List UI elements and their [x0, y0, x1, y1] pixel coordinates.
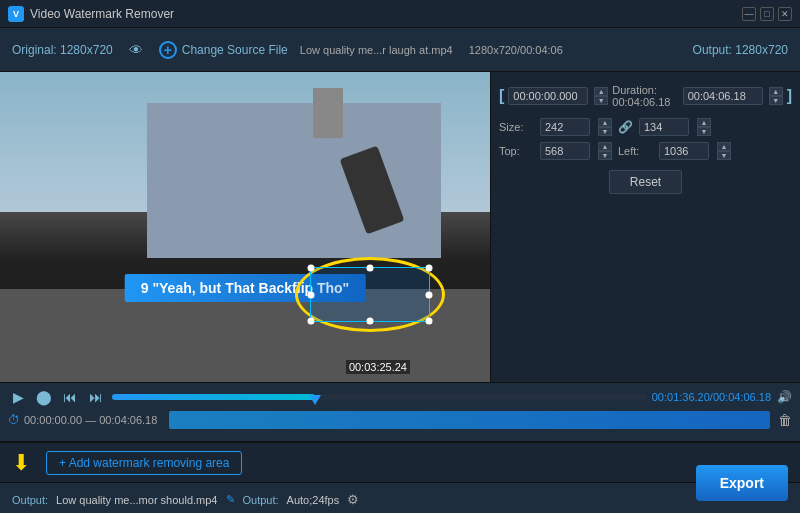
time-start-row: [ ▲ ▼ Duration: 00:04:06.18 ▲ ▼ ]: [499, 80, 792, 112]
main-area: 9 "Yeah, but That Backflip Tho" 00:03:25…: [0, 72, 800, 382]
video-building: [147, 103, 441, 258]
spin-left-down[interactable]: ▼: [717, 151, 731, 160]
file-name: Low quality me...r laugh at.mp4: [300, 44, 453, 56]
footer-output-file: Low quality me...mor should.mp4: [56, 494, 217, 506]
handle-ml[interactable]: [308, 291, 315, 298]
spin-top-up[interactable]: ▲: [598, 142, 612, 151]
selection-box[interactable]: [310, 267, 430, 322]
size-height-input[interactable]: [639, 118, 689, 136]
export-button[interactable]: Export: [696, 465, 788, 501]
volume-icon[interactable]: 🔊: [777, 390, 792, 404]
change-source-label: Change Source File: [182, 43, 288, 57]
frame-forward-button[interactable]: ⏭: [86, 387, 106, 407]
spin-top-down[interactable]: ▼: [598, 151, 612, 160]
footer-settings-label: Output:: [243, 494, 279, 506]
time-start-spinner[interactable]: ▲ ▼: [594, 87, 608, 105]
track-icon: ⏱: [8, 413, 20, 427]
progress-thumb: [309, 395, 321, 405]
top-label: Top:: [499, 145, 534, 157]
subtitle-number: 9: [141, 280, 149, 296]
minimize-button[interactable]: —: [742, 7, 756, 21]
stop-button[interactable]: ⬤: [34, 387, 54, 407]
window-controls: — □ ✕: [742, 7, 792, 21]
size-row: Size: ▲ ▼ 🔗 ▲ ▼: [499, 118, 792, 136]
track-bar[interactable]: [169, 411, 770, 429]
video-panel[interactable]: 9 "Yeah, but That Backflip Tho" 00:03:25…: [0, 72, 490, 382]
track-time-range: 00:00:00.00 — 00:04:06.18: [24, 414, 157, 426]
handle-mr[interactable]: [426, 291, 433, 298]
video-sign: [313, 88, 343, 138]
time-display: 00:01:36.20/00:04:06.18: [652, 391, 771, 403]
reset-button[interactable]: Reset: [609, 170, 682, 194]
selection-overlay[interactable]: [310, 267, 430, 322]
spin-w-up[interactable]: ▲: [598, 118, 612, 127]
handle-tm[interactable]: [367, 265, 374, 272]
handle-bm[interactable]: [367, 318, 374, 325]
handle-tr[interactable]: [426, 265, 433, 272]
add-watermark-area-button[interactable]: + Add watermark removing area: [46, 451, 242, 475]
position-row: Top: ▲ ▼ Left: ▲ ▼: [499, 142, 792, 160]
spin-up-end[interactable]: ▲: [769, 87, 783, 96]
close-button[interactable]: ✕: [778, 7, 792, 21]
size-w-spinner[interactable]: ▲ ▼: [598, 118, 612, 136]
size-h-spinner[interactable]: ▲ ▼: [697, 118, 711, 136]
edit-icon[interactable]: ✎: [226, 493, 235, 506]
time-end-spinner[interactable]: ▲ ▼: [769, 87, 783, 105]
file-info: Low quality me...r laugh at.mp4 1280x720…: [300, 44, 681, 56]
video-content: [0, 72, 490, 382]
down-arrow-icon: ⬇: [12, 450, 30, 476]
frame-back-button[interactable]: ⏮: [60, 387, 80, 407]
play-button[interactable]: ▶: [8, 387, 28, 407]
timeline-controls: ▶ ⬤ ⏮ ⏭ 00:01:36.20/00:04:06.18 🔊: [8, 387, 792, 407]
bottom-toolbar: ⬇ + Add watermark removing area: [0, 442, 800, 482]
spin-h-up[interactable]: ▲: [697, 118, 711, 127]
left-input[interactable]: [659, 142, 709, 160]
handle-bl[interactable]: [308, 318, 315, 325]
file-meta: 1280x720/00:04:06: [469, 44, 563, 56]
bracket-close: ]: [787, 87, 792, 105]
plus-circle-icon: +: [159, 41, 177, 59]
top-spinner[interactable]: ▲ ▼: [598, 142, 612, 160]
eye-button[interactable]: 👁: [125, 39, 147, 61]
footer: Output: Low quality me...mor should.mp4 …: [0, 482, 800, 513]
toolbar: Original: 1280x720 👁 + Change Source Fil…: [0, 28, 800, 72]
maximize-button[interactable]: □: [760, 7, 774, 21]
spin-down[interactable]: ▼: [594, 96, 608, 105]
left-label: Left:: [618, 145, 653, 157]
progress-track[interactable]: [112, 394, 646, 400]
duration-label: Duration: 00:04:06.18: [612, 84, 678, 108]
timeline-track: ⏱ 00:00:00.00 — 00:04:06.18 🗑: [8, 411, 792, 429]
video-frame: 9 "Yeah, but That Backflip Tho" 00:03:25…: [0, 72, 490, 382]
right-panel: [ ▲ ▼ Duration: 00:04:06.18 ▲ ▼ ] Size: …: [490, 72, 800, 382]
output-label: Output: 1280x720: [693, 43, 788, 57]
timeline: ▶ ⬤ ⏮ ⏭ 00:01:36.20/00:04:06.18 🔊 ⏱ 00:0…: [0, 382, 800, 442]
size-label: Size:: [499, 121, 534, 133]
footer-settings-value: Auto;24fps: [287, 494, 340, 506]
app-icon: V: [8, 6, 24, 22]
spin-left-up[interactable]: ▲: [717, 142, 731, 151]
footer-output-label: Output:: [12, 494, 48, 506]
change-source-button[interactable]: + Change Source File: [159, 41, 288, 59]
link-icon: 🔗: [618, 120, 633, 134]
spin-up[interactable]: ▲: [594, 87, 608, 96]
progress-fill: [112, 394, 315, 400]
handle-br[interactable]: [426, 318, 433, 325]
spin-h-down[interactable]: ▼: [697, 127, 711, 136]
app-title: Video Watermark Remover: [30, 7, 742, 21]
size-width-input[interactable]: [540, 118, 590, 136]
footer-top: Output: Low quality me...mor should.mp4 …: [0, 488, 800, 511]
spin-down-end[interactable]: ▼: [769, 96, 783, 105]
spin-w-down[interactable]: ▼: [598, 127, 612, 136]
titlebar: V Video Watermark Remover — □ ✕: [0, 0, 800, 28]
left-spinner[interactable]: ▲ ▼: [717, 142, 731, 160]
video-timestamp: 00:03:25.24: [346, 360, 410, 374]
handle-tl[interactable]: [308, 265, 315, 272]
track-delete-button[interactable]: 🗑: [778, 412, 792, 428]
original-label: Original: 1280x720: [12, 43, 113, 57]
top-input[interactable]: [540, 142, 590, 160]
bracket-open: [: [499, 87, 504, 105]
time-end-input[interactable]: [683, 87, 763, 105]
time-start-input[interactable]: [508, 87, 588, 105]
settings-gear-icon[interactable]: ⚙: [347, 492, 359, 507]
